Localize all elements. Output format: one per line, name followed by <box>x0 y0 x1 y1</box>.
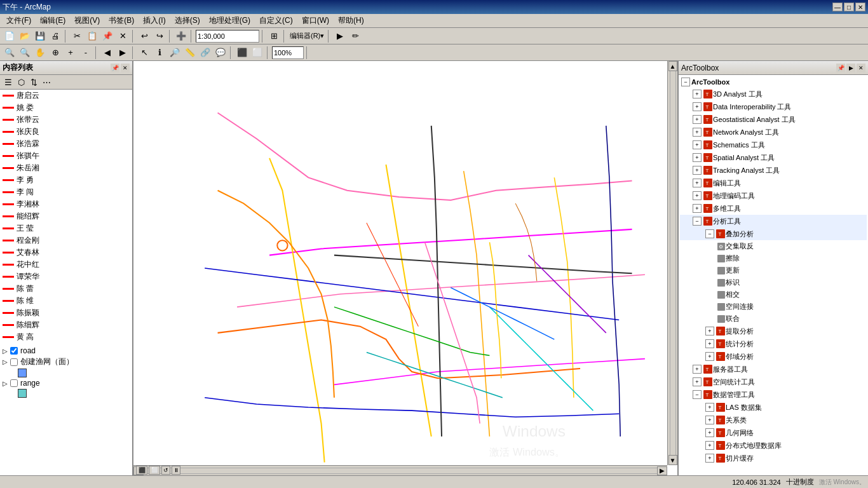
tool-erase[interactable]: 擦除 <box>680 252 867 264</box>
distgdb-expand[interactable]: + <box>705 441 714 450</box>
toolbox-spatialstats[interactable]: + T 空间统计工具 <box>680 376 867 388</box>
toolbox-tracking[interactable]: + T Tracking Analyst 工具 <box>680 164 867 177</box>
toolbox-geonet[interactable]: + T 几何网络 <box>680 426 867 439</box>
tool-update[interactable]: 更新 <box>680 264 867 276</box>
scroll-down-btn[interactable]: ▼ <box>668 455 677 465</box>
print-button[interactable]: 🖨 <box>48 29 62 43</box>
toc-item-唐启云[interactable]: 唐启云 <box>0 90 132 102</box>
identify-button[interactable]: ℹ <box>153 46 166 60</box>
geonet-expand[interactable]: + <box>705 428 714 437</box>
toolbox-datamgmt[interactable]: − T 数据管理工具 <box>680 388 867 401</box>
toc-group-road[interactable]: ▷ road <box>0 346 132 356</box>
zoom-out-button[interactable]: 🔍 <box>18 46 32 60</box>
spatial-expand[interactable]: + <box>693 153 702 162</box>
toc-item-谭荣华[interactable]: 谭荣华 <box>0 271 132 283</box>
toc-item-陈振颖[interactable]: 陈振颖 <box>0 307 132 319</box>
toolbox-geocode[interactable]: + T 地理编码工具 <box>680 189 867 202</box>
geostat-expand[interactable]: + <box>693 115 702 124</box>
toc-item-能绍辉[interactable]: 能绍辉 <box>0 210 132 222</box>
toc-item-陈细辉[interactable]: 陈细辉 <box>0 319 132 331</box>
new-button[interactable]: 📄 <box>3 29 17 43</box>
undo-button[interactable]: ↩ <box>137 29 151 43</box>
toc-item-艾春林[interactable]: 艾春林 <box>0 247 132 259</box>
clear-selection[interactable]: ⬜ <box>250 46 264 60</box>
menu-select[interactable]: 选择(S) <box>171 14 204 27</box>
html-popup-button[interactable]: 💬 <box>214 46 227 60</box>
toolbox-analysis[interactable]: − T 分析工具 <box>680 215 867 227</box>
paste-button[interactable]: 📌 <box>100 29 114 43</box>
toolbox-multidim[interactable]: + T 多维工具 <box>680 202 867 215</box>
play-button[interactable]: ▶ <box>333 29 347 43</box>
menu-file[interactable]: 文件(F) <box>3 14 35 27</box>
toolbox-stats[interactable]: + T 统计分析 <box>680 337 867 350</box>
toc-item-张骐午[interactable]: 张骐午 <box>0 150 132 162</box>
toolbox-edit[interactable]: + T 编辑工具 <box>680 177 867 189</box>
delete-button[interactable]: ✕ <box>116 29 130 43</box>
menu-insert[interactable]: 插入(I) <box>139 14 169 27</box>
tool-symmetrical-diff[interactable]: ⚙ 交集取反 <box>680 240 867 252</box>
map-area[interactable]: Windows 激活 Windows。 ◀ ▶ ▲ ▼ ⬛ ⬜ ↺ ⏸ <box>133 61 677 475</box>
relation-expand[interactable]: + <box>705 416 714 424</box>
spatialstats-expand[interactable]: + <box>693 377 702 386</box>
toc-item-王莹[interactable]: 王 莹 <box>0 222 132 234</box>
datainterop-expand[interactable]: + <box>693 102 702 111</box>
layout-view-btn[interactable]: ⬛ <box>136 466 147 475</box>
toolbox-auto-hide[interactable]: ▶ <box>846 64 855 72</box>
toolbox-tilecache[interactable]: + T 切片缓存 <box>680 452 867 464</box>
save-button[interactable]: 💾 <box>33 29 47 43</box>
scale-input[interactable]: 1:30,000 <box>196 30 259 43</box>
copy-button[interactable]: 📋 <box>85 29 99 43</box>
editor-label[interactable]: 编辑器(R)▾ <box>290 31 324 41</box>
toc-item-陈蕾[interactable]: 陈 蕾 <box>0 283 132 295</box>
select-features[interactable]: ⬛ <box>235 46 249 60</box>
toc-list-btn[interactable]: ☰ <box>3 76 14 88</box>
menu-customize[interactable]: 自定义(C) <box>255 14 297 27</box>
toc-item-李湘林[interactable]: 李湘林 <box>0 198 132 210</box>
menu-help[interactable]: 帮助(H) <box>334 14 368 27</box>
toolbox-network[interactable]: + T Network Analyst 工具 <box>680 126 867 139</box>
toolbox-3d-analyst[interactable]: + T 3D Analyst 工具 <box>680 88 867 100</box>
toc-layers-btn[interactable]: ⬡ <box>15 76 27 88</box>
toc-item-李闯[interactable]: 李 闯 <box>0 186 132 198</box>
extract-expand[interactable]: + <box>705 327 714 336</box>
toolbox-root[interactable]: − ArcToolbox <box>680 76 867 88</box>
toolbox-las[interactable]: + T LAS 数据集 <box>680 401 867 414</box>
toolbox-pin-button[interactable]: 📌 <box>836 64 845 72</box>
map-hscrollbar[interactable]: ◀ ▶ <box>133 465 667 475</box>
toolbox-data-interop[interactable]: + T Data Interoperability 工具 <box>680 100 867 113</box>
toc-item-朱岳湘[interactable]: 朱岳湘 <box>0 162 132 174</box>
refresh-btn[interactable]: ↺ <box>161 466 170 475</box>
toc-item-陈维[interactable]: 陈 维 <box>0 295 132 307</box>
map-vscrollbar[interactable]: ▲ ▼ <box>667 61 677 465</box>
hyperlink-button[interactable]: 🔗 <box>198 46 212 60</box>
magnify-button[interactable]: ⊞ <box>267 29 281 43</box>
toolbox-root-expand[interactable]: − <box>681 78 690 86</box>
data-view-btn[interactable]: ⬜ <box>149 466 160 475</box>
open-button[interactable]: 📂 <box>18 29 32 43</box>
toolbox-close-button[interactable]: ✕ <box>857 64 865 72</box>
toolbox-geostat[interactable]: + T Geostatistical Analyst 工具 <box>680 113 867 126</box>
minimize-button[interactable]: — <box>832 3 843 11</box>
redo-button[interactable]: ↪ <box>153 29 166 43</box>
datamgmt-expand[interactable]: − <box>693 390 702 399</box>
fishnet-expand-icon[interactable]: ▷ <box>3 358 8 365</box>
edit-expand[interactable]: + <box>693 179 702 187</box>
stats-expand[interactable]: + <box>705 339 714 348</box>
multidim-expand[interactable]: + <box>693 204 702 213</box>
toc-item-姚娄[interactable]: 姚 娄 <box>0 102 132 114</box>
back-extent[interactable]: ◀ <box>100 46 114 60</box>
pause-btn[interactable]: ⏸ <box>172 466 180 475</box>
tool-identity[interactable]: 标识 <box>680 276 867 288</box>
server-expand[interactable]: + <box>693 365 702 374</box>
fishnet-checkbox[interactable] <box>10 358 18 366</box>
scroll-up-btn[interactable]: ▲ <box>668 61 677 71</box>
toolbox-relation[interactable]: + T 关系类 <box>680 414 867 426</box>
toolbox-extract[interactable]: + T 提取分析 <box>680 325 867 337</box>
toc-close-button[interactable]: ✕ <box>121 64 130 72</box>
fixed-zoom-in[interactable]: + <box>64 46 78 60</box>
toolbox-content[interactable]: − ArcToolbox + T 3D Analyst 工具 + T Data … <box>679 75 868 475</box>
road-expand-icon[interactable]: ▷ <box>3 348 8 355</box>
neighbor-expand[interactable]: + <box>705 352 714 361</box>
fwd-extent[interactable]: ▶ <box>116 46 130 60</box>
tool-spatial-join[interactable]: 空间连接 <box>680 301 867 313</box>
